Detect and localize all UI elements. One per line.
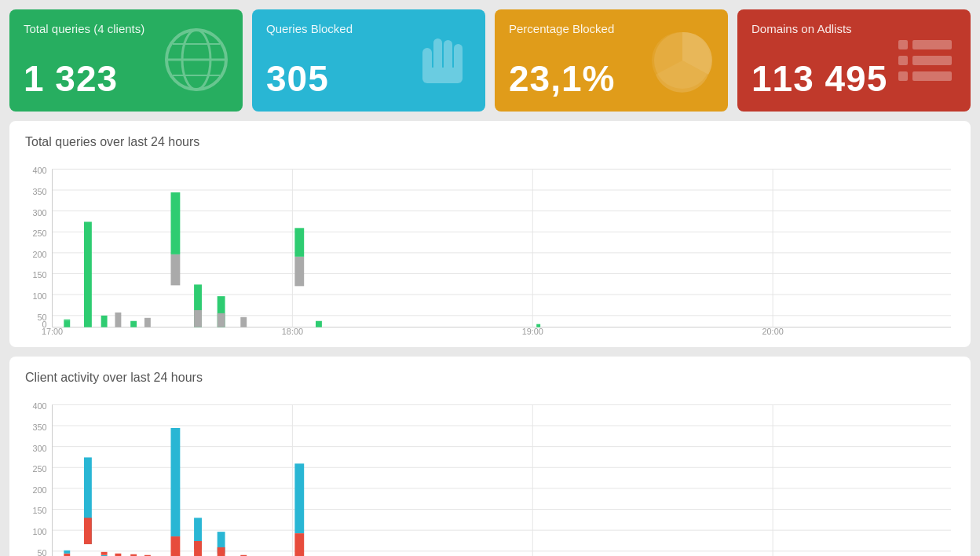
client-activity-panel: Client activity over last 24 hours 400 3… — [9, 357, 971, 556]
stat-card-percentage-blocked: Percentage Blocked 23,1% — [495, 9, 728, 112]
svg-rect-14 — [912, 56, 952, 65]
svg-rect-97 — [194, 541, 202, 556]
svg-text:150: 150 — [33, 506, 47, 515]
svg-rect-42 — [130, 321, 137, 327]
hand-icon — [411, 24, 474, 104]
svg-text:250: 250 — [33, 229, 47, 238]
svg-rect-41 — [115, 313, 121, 327]
total-queries-chart-title: Total queries over last 24 hours — [25, 135, 955, 149]
svg-text:150: 150 — [33, 270, 47, 280]
svg-text:350: 350 — [33, 187, 47, 196]
stats-row: Total queries (4 clients) 1 323 Queries … — [9, 9, 971, 112]
svg-text:400: 400 — [33, 401, 47, 411]
svg-text:17:00: 17:00 — [42, 327, 63, 336]
svg-rect-38 — [64, 320, 70, 321]
svg-text:100: 100 — [33, 527, 47, 536]
svg-rect-51 — [294, 257, 304, 286]
svg-rect-85 — [64, 551, 70, 554]
pie-chart-icon — [648, 26, 717, 104]
svg-text:19:00: 19:00 — [522, 327, 543, 336]
svg-rect-50 — [240, 317, 247, 327]
svg-rect-53 — [316, 321, 322, 327]
svg-rect-89 — [101, 552, 108, 555]
svg-text:400: 400 — [33, 166, 47, 175]
svg-text:100: 100 — [33, 291, 47, 301]
svg-rect-101 — [294, 463, 304, 533]
svg-rect-40 — [101, 316, 108, 327]
svg-text:200: 200 — [33, 485, 47, 495]
svg-rect-102 — [294, 533, 304, 556]
svg-rect-61 — [536, 324, 540, 327]
svg-rect-99 — [218, 547, 225, 556]
svg-text:350: 350 — [33, 422, 47, 432]
svg-rect-15 — [898, 71, 908, 81]
client-activity-svg: 400 350 300 250 200 150 100 50 0 — [25, 393, 955, 556]
svg-rect-43 — [144, 318, 151, 327]
svg-rect-13 — [898, 56, 908, 65]
svg-rect-47 — [194, 310, 202, 327]
svg-text:300: 300 — [33, 444, 47, 453]
svg-text:300: 300 — [33, 208, 47, 218]
stat-card-domains-adlists: Domains on Adlists 113 495 — [737, 9, 971, 112]
list-icon — [890, 26, 960, 104]
svg-rect-87 — [84, 518, 92, 544]
svg-text:20:00: 20:00 — [762, 327, 784, 336]
total-queries-svg: 400 350 300 250 200 150 100 50 0 — [25, 157, 955, 338]
svg-rect-95 — [170, 536, 180, 556]
svg-rect-44 — [170, 254, 180, 285]
svg-rect-16 — [912, 71, 952, 81]
svg-rect-9 — [422, 68, 463, 83]
client-activity-chart-area: 400 350 300 250 200 150 100 50 0 — [25, 393, 955, 556]
svg-rect-12 — [912, 40, 952, 49]
svg-text:250: 250 — [33, 464, 47, 474]
total-queries-chart-area: 400 350 300 250 200 150 100 50 0 — [25, 157, 955, 338]
globe-icon — [161, 24, 232, 104]
stat-card-total-queries: Total queries (4 clients) 1 323 — [9, 9, 243, 112]
svg-rect-37 — [64, 321, 70, 327]
total-queries-panel: Total queries over last 24 hours 400 350… — [9, 121, 971, 347]
svg-rect-11 — [898, 40, 908, 49]
svg-rect-94 — [170, 428, 180, 536]
svg-text:18:00: 18:00 — [282, 327, 303, 336]
svg-rect-52 — [294, 228, 304, 257]
svg-text:200: 200 — [33, 250, 47, 259]
svg-rect-45 — [170, 192, 180, 254]
client-activity-chart-title: Client activity over last 24 hours — [25, 371, 955, 385]
stat-card-queries-blocked: Queries Blocked 305 — [252, 9, 485, 112]
svg-rect-39 — [84, 221, 92, 327]
svg-rect-49 — [218, 313, 225, 327]
